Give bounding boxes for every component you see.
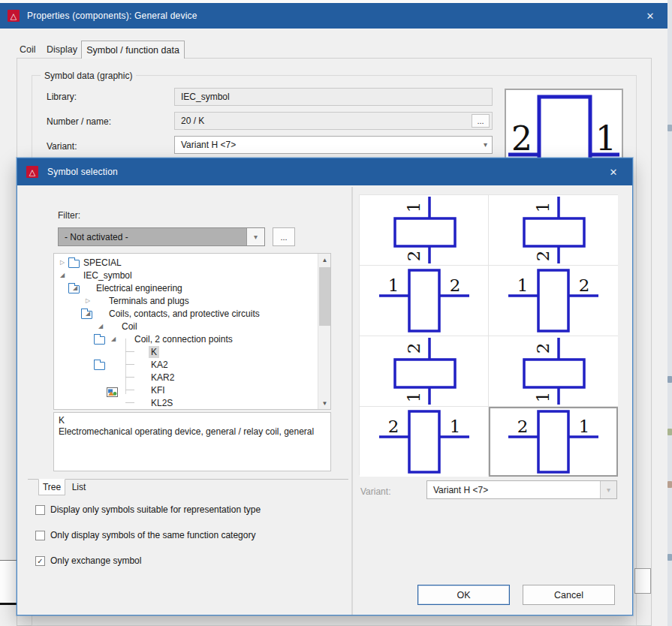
symbol-variant-grid: 1 2 1 2 1 2 1 2 <box>359 194 618 475</box>
view-tab-tree[interactable]: Tree <box>38 479 65 495</box>
filter-label: Filter: <box>58 210 80 221</box>
svg-text:1: 1 <box>517 275 529 295</box>
collapse-icon[interactable]: ◢ <box>83 310 92 317</box>
collapse-icon[interactable]: ◢ <box>71 284 80 291</box>
tree-item-ka2[interactable]: KA2 <box>54 358 330 371</box>
background-app-icon <box>667 125 672 131</box>
cancel-button[interactable]: Cancel <box>523 585 615 605</box>
tree-item-coils-contacts[interactable]: ◢ Coils, contacts, and protective circui… <box>54 307 330 320</box>
chevron-down-icon: ▾ <box>484 140 487 149</box>
preview-pin-2: 2 <box>511 119 532 158</box>
svg-text:2: 2 <box>579 275 590 295</box>
tree-item-special[interactable]: ▷ SPECIAL <box>54 256 330 269</box>
svg-text:2: 2 <box>533 251 553 262</box>
preview-pin-1: 1 <box>595 119 616 158</box>
checkbox-function-category[interactable]: Only display symbols of the same functio… <box>35 530 255 540</box>
background-app-icon <box>667 554 672 561</box>
variant-tile-6[interactable]: 2 1 <box>489 336 618 406</box>
library-value: IEC_symbol <box>181 92 230 102</box>
number-name-label: Number / name: <box>47 116 167 127</box>
svg-text:2: 2 <box>533 343 553 354</box>
tree-item-terminals-and-plugs[interactable]: ▷ Terminals and plugs <box>54 294 330 307</box>
scrollbar-thumb[interactable] <box>319 267 330 326</box>
expand-icon[interactable]: ▷ <box>58 259 67 266</box>
symbol-data-group-title: Symbol data (graphic) <box>41 71 136 81</box>
main-window-title: Properties (components): General device <box>27 11 197 21</box>
cancel-button-label: Cancel <box>554 590 583 600</box>
symbol-selection-dialog: △ Symbol selection ✕ Filter: - Not activ… <box>17 158 633 615</box>
tree-item-coil-2-connection-points[interactable]: ◢ Coil, 2 connection points <box>54 333 330 345</box>
filter-value: - Not activated - <box>65 232 128 242</box>
svg-text:1: 1 <box>404 392 423 403</box>
panel-splitter[interactable] <box>351 187 353 615</box>
expand-icon[interactable]: ▷ <box>83 297 92 304</box>
main-titlebar: △ Properties (components): General devic… <box>0 3 667 29</box>
tree-item-iec-symbol[interactable]: ◢ IEC_symbol <box>54 269 330 281</box>
scroll-down-icon[interactable]: ▼ <box>318 397 331 409</box>
tree-item-coil[interactable]: ◢ Coil <box>54 320 330 333</box>
number-name-browse-button[interactable]: ... <box>472 114 490 128</box>
tree-guide-tick <box>125 351 134 352</box>
dialog-title: Symbol selection <box>47 167 118 177</box>
checkbox-representation-type[interactable]: Display only symbols suitable for repres… <box>35 504 261 515</box>
main-close-icon[interactable]: ✕ <box>637 3 663 29</box>
dialog-titlebar: △ Symbol selection ✕ <box>17 158 632 185</box>
filter-dropdown[interactable]: - Not activated - ▾ <box>58 227 265 246</box>
tree-guide-tick <box>125 364 134 365</box>
svg-text:1: 1 <box>404 202 423 213</box>
checkbox-only-exchange-symbol[interactable]: ✓ Only exchange symbol <box>35 555 141 566</box>
tree-guide-tick <box>125 402 134 403</box>
chevron-down-icon: ▾ <box>600 481 616 498</box>
checkbox-label: Display only symbols suitable for repres… <box>50 504 261 515</box>
scroll-up-icon[interactable]: ▲ <box>318 254 331 266</box>
variant-tile-4[interactable]: 1 2 <box>489 266 618 336</box>
number-name-field[interactable]: 20 / K ... <box>174 112 493 130</box>
variant-tile-3[interactable]: 1 2 <box>360 266 488 336</box>
tab-coil[interactable]: Coil <box>20 41 44 58</box>
background-app-strip <box>667 0 672 626</box>
variant-tile-1[interactable]: 1 2 <box>360 195 488 265</box>
ok-button[interactable]: OK <box>417 585 510 605</box>
collapse-icon[interactable]: ◢ <box>96 323 105 330</box>
tab-symbol-function-data[interactable]: Symbol / function data <box>81 41 185 59</box>
tab-display-label: Display <box>47 44 77 55</box>
view-tab-tree-label: Tree <box>43 482 61 492</box>
tab-coil-label: Coil <box>20 44 36 55</box>
tree-item-electrical-engineering[interactable]: ◢ Electrical engineering <box>54 281 330 294</box>
tree-scrollbar[interactable]: ▲ ▼ <box>318 254 330 409</box>
symbol-preview-graphic: 2 1 <box>506 90 622 158</box>
checkbox-icon[interactable] <box>35 505 45 515</box>
collapse-icon[interactable]: ◢ <box>58 272 67 278</box>
symbol-tree[interactable]: ▷ SPECIAL ◢ IEC_symbol ◢ Electrical engi… <box>53 253 331 410</box>
filter-browse-button[interactable]: ... <box>273 227 295 246</box>
variant-tile-8-selected[interactable]: 2 1 <box>489 407 618 477</box>
dialog-variant-dropdown: Variant H <7> ▾ <box>426 480 617 499</box>
chevron-down-icon[interactable]: ▾ <box>246 228 264 245</box>
variant-dropdown[interactable]: Variant H <7> ▾ <box>174 136 493 154</box>
ok-button-label: OK <box>457 590 470 600</box>
view-tab-list[interactable]: List <box>65 480 92 494</box>
tree-item-k[interactable]: K <box>54 345 330 358</box>
checkbox-label: Only exchange symbol <box>50 555 141 566</box>
library-field: IEC_symbol <box>174 88 493 106</box>
checkbox-icon[interactable] <box>35 531 45 540</box>
tab-display[interactable]: Display <box>47 41 81 58</box>
background-app-icon <box>667 429 672 435</box>
folder-icon <box>68 260 80 268</box>
tree-item-kfi[interactable]: KFI <box>54 384 330 396</box>
variant-tile-7[interactable]: 2 1 <box>360 407 488 477</box>
library-label: Library: <box>47 92 167 102</box>
dialog-variant-label: Variant: <box>360 486 390 497</box>
background-field-right <box>634 568 651 594</box>
dialog-close-icon[interactable]: ✕ <box>601 158 626 185</box>
collapse-icon[interactable]: ◢ <box>109 336 118 342</box>
svg-text:1: 1 <box>579 417 590 436</box>
checkbox-checked-icon[interactable]: ✓ <box>35 556 45 566</box>
variant-tile-2[interactable]: 1 2 <box>489 195 618 265</box>
description-text: Electromechanical operating device, gene… <box>59 426 326 438</box>
tree-item-kl2s[interactable]: KL2S <box>54 396 330 409</box>
variant-tile-5[interactable]: 2 1 <box>360 336 488 406</box>
tree-item-kar2[interactable]: KAR2 <box>54 371 330 384</box>
checkbox-label: Only display symbols of the same functio… <box>50 530 255 540</box>
description-name: K <box>59 415 326 426</box>
